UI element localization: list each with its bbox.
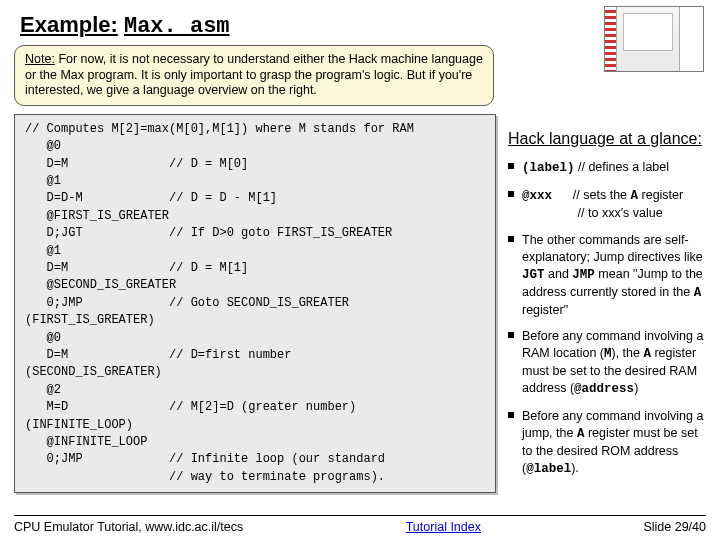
note-label: Note:	[25, 52, 55, 66]
note-body: For now, it is not necessary to understa…	[25, 52, 483, 97]
title-prefix: Example:	[20, 12, 118, 37]
glance-heading: Hack language at a glance:	[508, 128, 706, 150]
glance-item-ram: Before any command involving a RAM locat…	[508, 328, 706, 398]
footer: CPU Emulator Tutorial, www.idc.ac.il/tec…	[14, 515, 706, 534]
glance-item-jump: The other commands are self-explanatory;…	[508, 232, 706, 318]
footer-left: CPU Emulator Tutorial, www.idc.ac.il/tec…	[14, 520, 243, 534]
screenshot-thumbnail	[604, 6, 704, 72]
slide-number: Slide 29/40	[643, 520, 706, 534]
glance-panel: Hack language at a glance: (label) // de…	[508, 114, 706, 493]
glance-item-rom: Before any command involving a jump, the…	[508, 408, 706, 478]
glance-item-label: (label) // defines a label	[508, 159, 706, 177]
tutorial-index-link[interactable]: Tutorial Index	[406, 520, 481, 534]
note-box: Note: For now, it is not necessary to un…	[14, 45, 494, 106]
glance-item-at: @xxx // sets the A register // to xxx's …	[508, 187, 706, 222]
title-filename: Max. asm	[124, 14, 230, 39]
code-listing: // Computes M[2]=max(M[0],M[1]) where M …	[14, 114, 496, 493]
